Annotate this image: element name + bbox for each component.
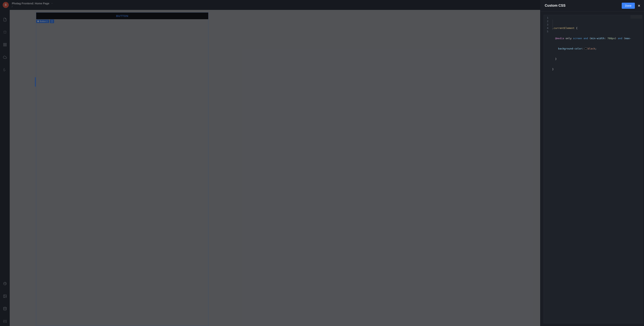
- token-property: min-width: [591, 37, 604, 40]
- svg-point-10: [4, 295, 4, 296]
- pages-icon[interactable]: [3, 17, 7, 22]
- svg-rect-1: [5, 43, 6, 44]
- color-swatch-icon[interactable]: [585, 48, 587, 50]
- token-selector: .currentElement: [552, 27, 574, 29]
- svg-point-22: [52, 21, 52, 22]
- selected-element-name: Button 1: [40, 20, 48, 22]
- code-line: }: [552, 57, 642, 61]
- state-icon[interactable]: [3, 30, 7, 34]
- functions-icon[interactable]: x: [3, 68, 7, 72]
- app-logo[interactable]: 8: [3, 2, 9, 8]
- panel-title: Custom CSS: [545, 3, 622, 7]
- svg-point-6: [4, 283, 4, 284]
- token-value: black: [588, 47, 595, 50]
- token-keyword: screen: [573, 37, 582, 40]
- line-number: 1: [544, 16, 548, 19]
- done-button[interactable]: Done: [622, 3, 635, 9]
- line-number: 5: [544, 30, 548, 33]
- token-colon: :: [604, 37, 608, 40]
- token-colon: :: [582, 47, 585, 50]
- line-number: 3: [544, 23, 548, 26]
- element-type-icon: [37, 20, 39, 22]
- cloud-icon[interactable]: [3, 55, 7, 59]
- token-paren: ): [615, 37, 616, 40]
- token-brace: }: [555, 57, 557, 60]
- page-title-block: Photag Frontend: Home Page /: [12, 2, 53, 8]
- settings-icon[interactable]: [3, 319, 7, 323]
- line-number: 2: [544, 19, 548, 23]
- svg-rect-2: [5, 45, 6, 46]
- selected-element-chip[interactable]: Button 1: [36, 19, 49, 23]
- canvas-button-element[interactable]: BUTTON: [36, 12, 208, 19]
- selection-label: Button 1: [36, 19, 54, 23]
- token-at-rule: @media: [555, 37, 564, 40]
- svg-point-7: [5, 283, 5, 283]
- svg-rect-3: [4, 45, 4, 46]
- token-paren: (: [590, 37, 591, 40]
- token-paren: (: [624, 37, 625, 40]
- selection-more-button[interactable]: [50, 19, 54, 23]
- design-canvas[interactable]: BUTTON Button 1: [36, 12, 208, 326]
- token-property: max-: [625, 37, 631, 40]
- code-line: .currentElement {: [552, 26, 642, 30]
- canvas-button-label: BUTTON: [116, 14, 128, 17]
- code-line: background-color: black;: [552, 47, 642, 50]
- panel-header: Custom CSS Done: [540, 0, 644, 11]
- svg-rect-0: [4, 43, 4, 44]
- line-number-gutter: 1 2 3 4 5: [544, 15, 550, 323]
- svg-point-8: [5, 284, 6, 284]
- token-brace: }: [552, 68, 554, 71]
- token-keyword: and: [616, 37, 624, 40]
- image-icon[interactable]: [3, 294, 7, 298]
- page-title: Photag Frontend: Home Page: [12, 2, 49, 5]
- line-number: 4: [544, 26, 548, 30]
- svg-point-5: [4, 282, 6, 285]
- custom-css-panel: Custom CSS Done 1 2 3 4 5 .currentElemen…: [540, 0, 644, 326]
- chevron-down-icon[interactable]: [51, 2, 53, 4]
- code-line: }: [552, 67, 642, 71]
- theme-icon[interactable]: [3, 282, 7, 286]
- page-path: /: [12, 5, 53, 8]
- svg-point-21: [52, 20, 52, 21]
- svg-point-23: [52, 22, 52, 23]
- code-line: @media only screen and (min-width: 768px…: [552, 37, 642, 40]
- resize-handle-left[interactable]: [35, 77, 36, 87]
- editor-container: 1 2 3 4 5 .currentElement { @media only …: [540, 11, 644, 326]
- code-content[interactable]: .currentElement { @media only screen and…: [550, 15, 642, 323]
- token-value: 768px: [608, 37, 615, 40]
- css-code-editor[interactable]: 1 2 3 4 5 .currentElement { @media only …: [544, 15, 642, 323]
- svg-text:x: x: [5, 69, 6, 71]
- token-property: background-color: [558, 47, 582, 50]
- components-icon[interactable]: [3, 43, 7, 47]
- token-brace: {: [574, 27, 578, 29]
- database-icon[interactable]: [3, 307, 7, 311]
- svg-point-11: [4, 307, 6, 308]
- close-button[interactable]: [636, 2, 642, 9]
- token-keyword: only: [564, 37, 573, 40]
- token-semicolon: ;: [595, 47, 596, 50]
- left-rail: x: [0, 10, 10, 326]
- token-keyword: and: [582, 37, 590, 40]
